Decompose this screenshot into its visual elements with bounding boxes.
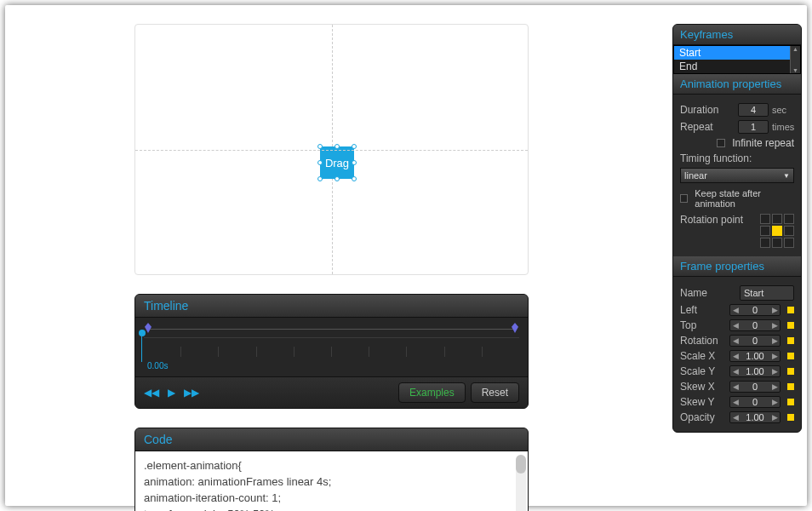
properties-sidebar: Keyframes Start End ▲ ▼ Animation proper… bbox=[672, 24, 802, 433]
keyframe-item-end[interactable]: End bbox=[674, 60, 800, 73]
code-panel: Code .element-animation{ animation: anim… bbox=[134, 428, 529, 511]
rotation-point-grid[interactable] bbox=[760, 214, 794, 248]
increment-button[interactable]: ▶ bbox=[769, 367, 780, 376]
frame-left-label: Left bbox=[680, 304, 726, 316]
frame-scale y-input[interactable]: ◀1.00▶ bbox=[729, 365, 781, 377]
timeline-range-slider[interactable] bbox=[147, 323, 516, 335]
name-label: Name bbox=[680, 287, 736, 299]
increment-button[interactable]: ▶ bbox=[769, 336, 780, 345]
resize-handle-br[interactable] bbox=[352, 176, 357, 181]
increment-button[interactable]: ▶ bbox=[769, 321, 780, 330]
drag-element[interactable]: Drag bbox=[320, 146, 354, 179]
resize-handle-tr[interactable] bbox=[352, 144, 357, 149]
color-chip[interactable] bbox=[787, 353, 794, 359]
color-chip[interactable] bbox=[787, 368, 794, 375]
duration-input[interactable]: 4 bbox=[738, 103, 769, 117]
color-chip[interactable] bbox=[787, 337, 794, 344]
frame-top-input[interactable]: ◀0▶ bbox=[729, 319, 781, 331]
color-chip[interactable] bbox=[787, 322, 794, 329]
frame-opacity-label: Opacity bbox=[680, 411, 726, 423]
repeat-label: Repeat bbox=[680, 121, 735, 133]
keep-state-checkbox[interactable] bbox=[680, 194, 688, 203]
duration-label: Duration bbox=[680, 104, 735, 116]
time-readout: 0.00s bbox=[144, 361, 519, 374]
forward-button[interactable]: ▶▶ bbox=[184, 387, 199, 399]
keyframes-title: Keyframes bbox=[673, 25, 801, 45]
decrement-button[interactable]: ◀ bbox=[730, 336, 741, 345]
decrement-button[interactable]: ◀ bbox=[730, 413, 741, 422]
decrement-button[interactable]: ◀ bbox=[730, 382, 741, 391]
increment-button[interactable]: ▶ bbox=[769, 398, 780, 406]
frame-skew x-input[interactable]: ◀0▶ bbox=[729, 381, 781, 393]
repeat-input[interactable]: 1 bbox=[738, 120, 769, 134]
frame-rotation-label: Rotation bbox=[680, 335, 726, 347]
timeline-title: Timeline bbox=[135, 295, 528, 318]
frame-scale x-label: Scale X bbox=[680, 350, 726, 362]
increment-button[interactable]: ▶ bbox=[769, 382, 780, 391]
resize-handle-l[interactable] bbox=[317, 160, 323, 165]
rewind-button[interactable]: ◀◀ bbox=[144, 387, 159, 399]
frame-name-input[interactable]: Start bbox=[740, 285, 794, 301]
frame-skew x-label: Skew X bbox=[680, 381, 726, 393]
color-chip[interactable] bbox=[787, 307, 794, 313]
infinite-checkbox[interactable] bbox=[717, 139, 725, 147]
decrement-button[interactable]: ◀ bbox=[730, 352, 741, 360]
rotation-point-center[interactable] bbox=[772, 226, 782, 236]
frame-opacity-input[interactable]: ◀1.00▶ bbox=[729, 411, 781, 423]
color-chip[interactable] bbox=[787, 399, 794, 405]
color-chip[interactable] bbox=[787, 383, 794, 390]
frame-props-title: Frame properties bbox=[673, 256, 801, 277]
code-scrollbar-thumb[interactable] bbox=[516, 455, 526, 474]
decrement-button[interactable]: ◀ bbox=[730, 367, 741, 376]
resize-handle-b[interactable] bbox=[335, 176, 340, 181]
chevron-down-icon: ▼ bbox=[783, 172, 790, 180]
frame-skew y-label: Skew Y bbox=[680, 396, 726, 408]
resize-handle-r[interactable] bbox=[352, 160, 357, 165]
code-title: Code bbox=[135, 428, 528, 451]
examples-button[interactable]: Examples bbox=[398, 382, 466, 403]
decrement-button[interactable]: ◀ bbox=[730, 306, 741, 314]
timing-select[interactable]: linear▼ bbox=[680, 168, 794, 183]
range-handle-end[interactable] bbox=[512, 323, 518, 333]
animation-canvas[interactable]: Drag bbox=[134, 24, 529, 275]
decrement-button[interactable]: ◀ bbox=[730, 398, 741, 406]
code-textarea[interactable]: .element-animation{ animation: animation… bbox=[135, 451, 528, 511]
timeline-panel: Timeline 0.00s ◀◀ ▶ ▶▶ Examples Reset bbox=[134, 294, 529, 409]
frame-scale x-input[interactable]: ◀1.00▶ bbox=[729, 350, 781, 362]
resize-handle-tl[interactable] bbox=[317, 144, 323, 149]
frame-top-label: Top bbox=[680, 319, 726, 331]
increment-button[interactable]: ▶ bbox=[769, 413, 780, 422]
frame-skew y-input[interactable]: ◀0▶ bbox=[729, 396, 781, 408]
reset-button[interactable]: Reset bbox=[471, 382, 519, 403]
decrement-button[interactable]: ◀ bbox=[730, 321, 741, 330]
drag-label: Drag bbox=[325, 157, 349, 169]
timeline-ticks[interactable] bbox=[144, 337, 519, 361]
resize-handle-bl[interactable] bbox=[317, 176, 323, 181]
play-button[interactable]: ▶ bbox=[168, 387, 175, 399]
rotation-point-label: Rotation point bbox=[680, 214, 752, 226]
resize-handle-t[interactable] bbox=[335, 144, 340, 149]
frame-scale y-label: Scale Y bbox=[680, 365, 726, 377]
increment-button[interactable]: ▶ bbox=[769, 306, 780, 314]
increment-button[interactable]: ▶ bbox=[769, 352, 780, 360]
color-chip[interactable] bbox=[787, 414, 794, 421]
timing-label: Timing function: bbox=[680, 152, 794, 164]
frame-left-input[interactable]: ◀0▶ bbox=[729, 304, 781, 316]
playhead[interactable] bbox=[139, 330, 146, 336]
frame-rotation-input[interactable]: ◀0▶ bbox=[729, 335, 781, 347]
range-handle-start[interactable] bbox=[145, 323, 152, 333]
keyframe-scrollbar[interactable]: ▲ ▼ bbox=[790, 46, 800, 73]
keyframe-item-start[interactable]: Start bbox=[674, 46, 800, 60]
anim-props-title: Animation properties bbox=[673, 74, 801, 95]
